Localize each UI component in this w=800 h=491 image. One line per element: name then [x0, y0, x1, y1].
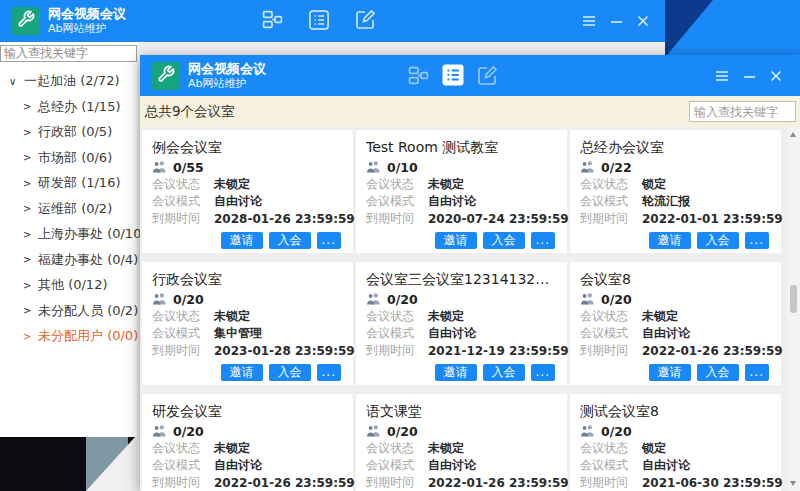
status-label: 会议状态 — [152, 308, 214, 325]
minimize-button[interactable] — [608, 13, 624, 29]
room-expire-time: 2022-01-01 23:59:59 — [642, 212, 783, 226]
edit-compose-icon[interactable] — [355, 9, 376, 30]
tree-item-label: 福建办事处 (0/4) — [38, 251, 138, 269]
room-occupancy: 0/55 — [173, 160, 204, 175]
edit-compose-icon[interactable] — [477, 65, 498, 86]
sidebar-search-input[interactable] — [0, 45, 137, 62]
participants-icon — [580, 422, 595, 441]
mode-label: 会议模式 — [366, 325, 428, 342]
org-tree-item[interactable]: > 上海办事处 (0/10) — [0, 222, 137, 248]
tree-expand-icon[interactable]: > — [23, 127, 38, 138]
room-expire-time: 2021-12-19 23:59:59 — [428, 344, 569, 358]
room-mode: 自由讨论 — [642, 325, 690, 342]
join-button[interactable]: 入会 — [697, 232, 739, 249]
more-button[interactable]: ... — [745, 232, 769, 249]
room-status: 未锁定 — [428, 308, 464, 325]
org-tree-item[interactable]: > 行政部 (0/5) — [0, 120, 137, 146]
org-tree-item[interactable]: > 未分配人员 (0/2) — [0, 298, 137, 324]
room-expire-time: 2022-01-26 23:59:59 — [214, 476, 355, 490]
room-count-bar: 总共9个会议室 — [140, 96, 800, 127]
join-button[interactable]: 入会 — [483, 364, 525, 381]
room-name: 总经办会议室 — [580, 137, 771, 157]
invite-button[interactable]: 邀请 — [435, 364, 477, 381]
room-name: 研发会议室 — [152, 401, 343, 421]
room-mode: 自由讨论 — [214, 193, 262, 210]
room-expire-time: 2028-01-26 23:59:59 — [214, 212, 355, 226]
org-tree-item[interactable]: > 研发部 (1/16) — [0, 171, 137, 197]
room-name: 例会会议室 — [152, 137, 343, 157]
room-count-text: 总共9个会议室 — [140, 103, 235, 121]
room-status: 锁定 — [642, 440, 666, 457]
tree-expand-icon[interactable]: > — [23, 331, 38, 342]
room-status: 未锁定 — [214, 176, 250, 193]
menu-button[interactable] — [714, 68, 730, 84]
join-button[interactable]: 入会 — [483, 232, 525, 249]
meeting-room-card: Test Room 测试教室 0/10 会议状态 未锁定 会议模式 自由讨论 到… — [356, 130, 567, 253]
more-button[interactable]: ... — [317, 232, 341, 249]
tree-expand-icon[interactable]: > — [23, 203, 38, 214]
tree-expand-icon[interactable]: > — [23, 254, 38, 265]
org-tree-item[interactable]: > 总经办 (1/15) — [0, 94, 137, 120]
room-occupancy: 0/20 — [387, 424, 418, 439]
room-name: 会议室8 — [580, 269, 771, 289]
tree-expand-icon[interactable]: > — [23, 305, 38, 316]
room-status: 未锁定 — [642, 308, 678, 325]
room-expire-time: 2022-01-26 23:59:59 — [642, 344, 783, 358]
menu-button[interactable] — [581, 13, 597, 29]
more-button[interactable]: ... — [745, 364, 769, 381]
invite-button[interactable]: 邀请 — [649, 232, 691, 249]
org-tree-item[interactable]: ∨ 一起加油 (2/72) — [0, 69, 137, 95]
invite-button[interactable]: 邀请 — [221, 232, 263, 249]
room-search-input[interactable] — [689, 101, 796, 122]
more-button[interactable]: ... — [317, 364, 341, 381]
room-list-icon[interactable] — [309, 10, 329, 30]
status-label: 会议状态 — [152, 176, 214, 193]
mode-label: 会议模式 — [366, 457, 428, 474]
invite-button[interactable]: 邀请 — [649, 364, 691, 381]
org-chart-icon[interactable] — [408, 66, 429, 85]
org-tree-item[interactable]: > 其他 (0/12) — [0, 273, 137, 299]
tree-expand-icon[interactable]: ∨ — [9, 76, 24, 87]
desktop-wallpaper-top-right — [665, 0, 800, 55]
tree-expand-icon[interactable]: > — [23, 178, 38, 189]
join-button[interactable]: 入会 — [269, 232, 311, 249]
more-button[interactable]: ... — [531, 364, 555, 381]
minimize-button[interactable] — [741, 68, 757, 84]
scrollbar-thumb[interactable] — [790, 285, 797, 313]
app-subtitle: Ab网站维护 — [48, 22, 126, 36]
tree-expand-icon[interactable]: > — [23, 152, 38, 163]
room-status: 锁定 — [642, 176, 666, 193]
scroll-down-icon[interactable] — [790, 481, 796, 486]
room-occupancy: 0/20 — [601, 292, 632, 307]
close-button[interactable] — [635, 13, 651, 29]
app-title: 网会视频会议 — [188, 60, 266, 77]
tree-expand-icon[interactable]: > — [23, 280, 38, 291]
vertical-scrollbar[interactable] — [787, 127, 800, 491]
tree-expand-icon[interactable]: > — [23, 101, 38, 112]
org-tree-item[interactable]: > 运维部 (0/2) — [0, 196, 137, 222]
tree-item-label: 未分配用户 (0/0) — [38, 327, 138, 345]
tree-item-label: 研发部 (1/16) — [38, 174, 120, 192]
scroll-up-icon[interactable] — [790, 132, 796, 137]
background-titlebar: 网会视频会议 Ab网站维护 — [0, 0, 665, 42]
mode-label: 会议模式 — [152, 193, 214, 210]
room-occupancy: 0/20 — [173, 424, 204, 439]
window-title-block: 网会视频会议 Ab网站维护 — [48, 5, 126, 36]
org-tree-item[interactable]: > 未分配用户 (0/0) — [0, 324, 137, 350]
join-button[interactable]: 入会 — [697, 364, 739, 381]
participants-icon — [152, 422, 167, 441]
join-button[interactable]: 入会 — [269, 364, 311, 381]
meeting-rooms-window: 网会视频会议 Ab网站维护 总共9个会议室 例会会议室 — [140, 55, 800, 491]
window-title-block: 网会视频会议 Ab网站维护 — [188, 60, 266, 91]
org-tree-item[interactable]: > 福建办事处 (0/4) — [0, 247, 137, 273]
invite-button[interactable]: 邀请 — [221, 364, 263, 381]
room-list-icon-active[interactable] — [442, 64, 464, 86]
org-chart-icon[interactable] — [262, 10, 283, 29]
more-button[interactable]: ... — [531, 232, 555, 249]
tree-expand-icon[interactable]: > — [23, 229, 38, 240]
org-tree-item[interactable]: > 市场部 (0/6) — [0, 145, 137, 171]
invite-button[interactable]: 邀请 — [435, 232, 477, 249]
app-subtitle: Ab网站维护 — [188, 77, 266, 91]
room-mode: 集中管理 — [214, 325, 262, 342]
close-button[interactable] — [768, 68, 784, 84]
